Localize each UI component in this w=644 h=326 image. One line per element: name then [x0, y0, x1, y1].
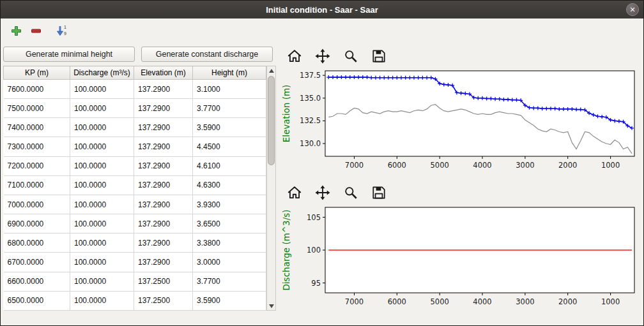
generate-constant-discharge-button[interactable]: Generate constant discharge [141, 47, 273, 62]
scroll-down-icon[interactable] [267, 302, 275, 310]
table-cell[interactable]: 100.0000 [70, 272, 134, 291]
table-row[interactable]: 7100.0000100.0000137.29004.6300 [4, 175, 266, 195]
table-row[interactable]: 7000.0000100.0000137.29003.9300 [4, 195, 266, 214]
home-icon[interactable] [287, 48, 302, 64]
table-cell[interactable]: 100.0000 [70, 195, 134, 214]
table-cell[interactable]: 3.9300 [193, 195, 266, 214]
table-cell[interactable]: 137.2500 [134, 272, 193, 291]
table-cell[interactable]: 100.0000 [70, 291, 134, 310]
sort-rows-button[interactable]: 1 9 [56, 24, 69, 37]
table-cell[interactable]: 100.0000 [70, 137, 134, 156]
svg-text:100: 100 [307, 246, 321, 255]
table-cell[interactable]: 4.6300 [193, 175, 266, 195]
scroll-up-icon[interactable] [267, 66, 275, 75]
minus-icon [31, 26, 42, 36]
table-cell[interactable]: 100.0000 [70, 175, 134, 195]
table-cell[interactable]: 6800.0000 [4, 233, 70, 253]
title-bar[interactable]: Initial condition - Saar - Saar ✕ [1, 1, 643, 19]
table-row[interactable]: 7400.0000100.0000137.29003.5900 [4, 118, 266, 137]
table-cell[interactable]: 3.5900 [193, 118, 266, 137]
table-cell[interactable]: 3.0000 [193, 253, 266, 272]
table-cell[interactable]: 6900.0000 [4, 214, 70, 233]
table-cell[interactable]: 137.2500 [134, 291, 193, 310]
table-cell[interactable]: 3.3800 [193, 233, 266, 253]
svg-text:137.5: 137.5 [300, 71, 321, 80]
initial-condition-table: KP (m)Discharge (m³/s)Elevation (m)Heigh… [3, 66, 266, 311]
table-cell[interactable]: 137.2900 [134, 175, 193, 195]
table-cell[interactable]: 100.0000 [70, 253, 134, 272]
discharge-plot-toolbar [287, 184, 641, 201]
table-cell[interactable]: 4.6100 [193, 156, 266, 175]
elevation-chart[interactable]: 7000600050004000300020001000130.0132.513… [280, 67, 641, 181]
table-cell[interactable]: 7300.0000 [4, 137, 70, 156]
table-row[interactable]: 7300.0000100.0000137.29004.4500 [4, 137, 266, 156]
sort-numeric-icon: 1 9 [56, 24, 69, 37]
table-cell[interactable]: 137.2900 [134, 80, 193, 99]
app-window: Initial condition - Saar - Saar ✕ 1 9 [0, 0, 644, 326]
table-cell[interactable]: 7100.0000 [4, 175, 70, 195]
table-cell[interactable]: 3.6500 [193, 214, 266, 233]
table-cell[interactable]: 137.2900 [134, 137, 193, 156]
column-header[interactable]: Height (m) [193, 66, 266, 80]
table-cell[interactable]: 100.0000 [70, 99, 134, 118]
table-cell[interactable]: 137.2900 [134, 253, 193, 272]
table-row[interactable]: 6500.0000100.0000137.25003.5900 [4, 291, 266, 310]
table-cell[interactable]: 137.2900 [134, 195, 193, 214]
table-cell[interactable]: 7000.0000 [4, 195, 70, 214]
table-cell[interactable]: 6600.0000 [4, 272, 70, 291]
table-row[interactable]: 6700.0000100.0000137.29003.0000 [4, 253, 266, 272]
discharge-chart[interactable]: 700060005000400030002000100095100105Disc… [280, 204, 641, 317]
table-cell[interactable]: 137.2900 [134, 156, 193, 175]
table-cell[interactable]: 137.2900 [134, 233, 193, 253]
svg-text:6000: 6000 [388, 297, 406, 306]
table-cell[interactable]: 137.2900 [134, 214, 193, 233]
remove-row-button[interactable] [31, 26, 42, 36]
table-row[interactable]: 7500.0000100.0000137.29003.7700 [4, 99, 266, 118]
table-row[interactable]: 6800.0000100.0000137.29003.3800 [4, 233, 266, 253]
table-cell[interactable]: 3.5900 [193, 291, 266, 310]
main-toolbar: 1 9 [1, 19, 643, 43]
table-cell[interactable]: 100.0000 [70, 80, 134, 99]
pan-icon[interactable] [315, 48, 330, 64]
table-cell[interactable]: 6700.0000 [4, 253, 70, 272]
column-header[interactable]: Elevation (m) [134, 66, 193, 80]
zoom-icon[interactable] [343, 185, 358, 200]
table-cell[interactable]: 7600.0000 [4, 80, 70, 99]
table-row[interactable]: 7200.0000100.0000137.29004.6100 [4, 156, 266, 175]
save-icon[interactable] [371, 48, 387, 64]
home-icon[interactable] [287, 185, 302, 200]
table-cell[interactable]: 6500.0000 [4, 291, 70, 310]
column-header[interactable]: KP (m) [4, 66, 70, 80]
column-header[interactable]: Discharge (m³/s) [70, 66, 134, 80]
svg-text:Elevation (m): Elevation (m) [281, 85, 291, 143]
table-cell[interactable]: 100.0000 [70, 118, 134, 137]
svg-text:6000: 6000 [388, 161, 406, 170]
table-row[interactable]: 6900.0000100.0000137.29003.6500 [4, 214, 266, 233]
svg-text:132.5: 132.5 [300, 116, 321, 125]
table-cell[interactable]: 3.7700 [193, 272, 266, 291]
generate-minimal-height-button[interactable]: Generate minimal height [3, 47, 135, 62]
table-cell[interactable]: 100.0000 [70, 214, 134, 233]
table-cell[interactable]: 100.0000 [70, 156, 134, 175]
pan-icon[interactable] [315, 185, 330, 200]
table-row[interactable]: 7600.0000100.0000137.29003.1000 [4, 80, 266, 99]
table-cell[interactable]: 4.4500 [193, 137, 266, 156]
save-icon[interactable] [371, 185, 387, 200]
table-cell[interactable]: 7200.0000 [4, 156, 70, 175]
svg-text:3000: 3000 [516, 161, 534, 170]
svg-text:7000: 7000 [345, 161, 364, 170]
table-cell[interactable]: 7400.0000 [4, 118, 70, 137]
table-cell[interactable]: 7500.0000 [4, 99, 70, 118]
svg-text:Discharge (m^3/s): Discharge (m^3/s) [281, 209, 291, 290]
close-icon[interactable]: ✕ [626, 3, 639, 16]
table-row[interactable]: 6600.0000100.0000137.25003.7700 [4, 272, 266, 291]
table-cell[interactable]: 3.1000 [193, 80, 266, 99]
table-cell[interactable]: 3.7700 [193, 99, 266, 118]
table-cell[interactable]: 100.0000 [70, 233, 134, 253]
add-row-button[interactable] [11, 26, 22, 36]
table-cell[interactable]: 137.2900 [134, 99, 193, 118]
scrollbar-thumb[interactable] [268, 76, 275, 165]
table-cell[interactable]: 137.2900 [134, 118, 193, 137]
zoom-icon[interactable] [343, 48, 358, 64]
table-scrollbar[interactable] [266, 66, 276, 311]
